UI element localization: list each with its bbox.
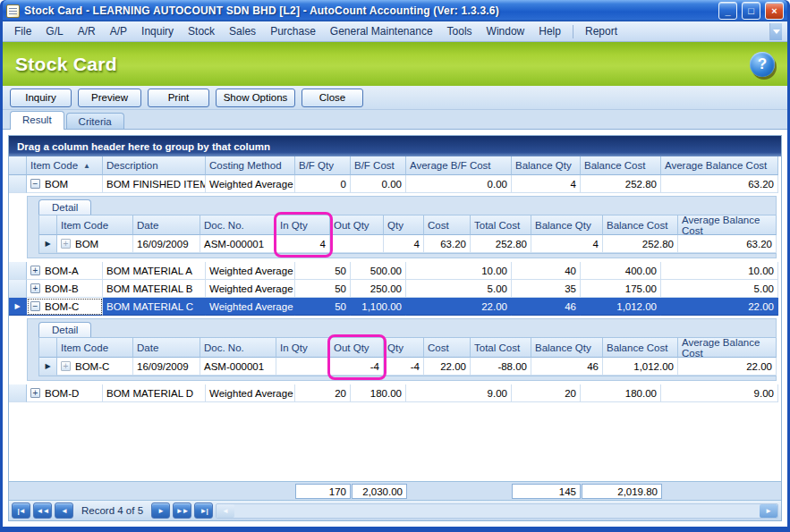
cell-costing-method[interactable]: Weighted Average: [206, 262, 295, 280]
detail-tab[interactable]: Detail: [38, 199, 91, 215]
header-average-balance-cost[interactable]: Average Balance Cost: [678, 338, 777, 358]
cell-date[interactable]: 16/09/2009: [133, 358, 200, 376]
cell-balance-cost[interactable]: 1,012.00: [581, 298, 661, 316]
close-button[interactable]: ×: [765, 2, 784, 20]
cell-qty[interactable]: -4: [384, 358, 424, 376]
cell-balance-cost[interactable]: 252.80: [581, 175, 661, 193]
cell-balance-cost[interactable]: 252.80: [603, 235, 678, 253]
cell-description[interactable]: BOM MATERIAL C: [103, 298, 206, 316]
header-total-cost[interactable]: Total Cost: [471, 338, 531, 358]
header-in-qty[interactable]: In Qty: [276, 338, 330, 358]
cell-average-bf-cost[interactable]: 9.00: [406, 384, 512, 402]
header-bf-cost[interactable]: B/F Cost: [351, 156, 406, 175]
header-balance-qty[interactable]: Balance Qty: [531, 215, 603, 235]
cell-costing-method[interactable]: Weighted Average: [206, 298, 295, 316]
cell-balance-qty[interactable]: 20: [512, 384, 581, 402]
header-balance-cost[interactable]: Balance Cost: [603, 215, 678, 235]
menu-overflow-button[interactable]: [769, 23, 782, 40]
print-button[interactable]: Print: [148, 89, 209, 107]
cell-total-cost[interactable]: -88.00: [471, 358, 531, 376]
expand-icon[interactable]: +: [30, 266, 40, 275]
tab-result[interactable]: Result: [10, 111, 64, 130]
detail-tab[interactable]: Detail: [38, 322, 91, 337]
minimize-button[interactable]: _: [718, 2, 737, 20]
cell-bf-qty[interactable]: 20: [295, 384, 351, 402]
cell-qty[interactable]: 4: [384, 235, 424, 253]
cell-balance-qty[interactable]: 35: [512, 280, 581, 298]
header-out-qty[interactable]: Out Qty: [330, 215, 384, 235]
title-bar[interactable]: Stock Card - LEARNING AUTOCOUNT SDN BHD …: [3, 0, 787, 21]
preview-button[interactable]: Preview: [78, 89, 141, 107]
expand-icon[interactable]: +: [30, 283, 40, 293]
cell-average-balance-cost[interactable]: 22.00: [661, 298, 778, 316]
menu-general-maintenance[interactable]: General Maintenance: [324, 23, 439, 39]
maximize-button[interactable]: □: [742, 2, 760, 20]
expand-icon[interactable]: +: [61, 361, 71, 371]
menu-purchase[interactable]: Purchase: [264, 23, 322, 39]
scroll-right-icon[interactable]: ►: [760, 504, 777, 518]
detail-row-bom[interactable]: ▶ +BOM 16/09/2009 ASM-000001 4 4 63.20 2…: [39, 235, 775, 253]
cell-item-code[interactable]: +BOM-C: [57, 358, 133, 376]
header-doc-no[interactable]: Doc. No.: [200, 215, 276, 235]
header-doc-no[interactable]: Doc. No.: [200, 338, 276, 358]
cell-average-balance-cost[interactable]: 10.00: [661, 262, 778, 280]
inquiry-button[interactable]: Inquiry: [10, 89, 72, 107]
detail-row-bom-c[interactable]: ▶ +BOM-C 16/09/2009 ASM-000001 -4 -4 22.…: [39, 358, 775, 376]
collapse-icon[interactable]: −: [30, 301, 40, 311]
cell-doc-no[interactable]: ASM-000001: [200, 235, 276, 253]
cell-balance-qty[interactable]: 46: [531, 358, 603, 376]
header-average-bf-cost[interactable]: Average B/F Cost: [406, 156, 512, 175]
cell-balance-qty[interactable]: 4: [531, 235, 603, 253]
collapse-icon[interactable]: −: [30, 179, 40, 189]
header-out-qty[interactable]: Out Qty: [330, 338, 384, 358]
menu-file[interactable]: File: [8, 23, 38, 39]
cell-item-code[interactable]: +BOM-B: [27, 280, 103, 298]
cell-in-qty[interactable]: 4: [276, 235, 330, 253]
cell-bf-qty[interactable]: 0: [295, 175, 351, 193]
cell-bf-cost[interactable]: 250.00: [351, 280, 406, 298]
cell-bf-cost[interactable]: 500.00: [351, 262, 406, 280]
table-row-bom-d[interactable]: +BOM-D BOM MATERIAL D Weighted Average 2…: [9, 384, 781, 402]
table-row-bom-a[interactable]: +BOM-A BOM MATERIAL A Weighted Average 5…: [9, 262, 781, 280]
group-by-bar[interactable]: Drag a column header here to group by th…: [9, 136, 781, 156]
cell-costing-method[interactable]: Weighted Average: [206, 175, 295, 193]
header-description[interactable]: Description: [103, 156, 206, 175]
cell-average-bf-cost[interactable]: 10.00: [406, 262, 512, 280]
expand-icon[interactable]: +: [61, 239, 71, 249]
header-item-code[interactable]: Item Code▲: [27, 156, 103, 175]
table-row-bom-b[interactable]: +BOM-B BOM MATERIAL B Weighted Average 5…: [9, 280, 781, 298]
cell-bf-qty[interactable]: 50: [295, 280, 351, 298]
menu-inquiry[interactable]: Inquiry: [135, 23, 180, 39]
expand-icon[interactable]: +: [30, 388, 40, 398]
cell-bf-qty[interactable]: 50: [295, 262, 351, 280]
cell-cost[interactable]: 63.20: [424, 235, 471, 253]
menu-stock[interactable]: Stock: [182, 23, 221, 39]
header-date[interactable]: Date: [133, 215, 200, 235]
cell-bf-cost[interactable]: 180.00: [351, 384, 406, 402]
cell-balance-cost[interactable]: 400.00: [581, 262, 661, 280]
cell-description[interactable]: BOM MATERIAL D: [103, 384, 206, 402]
nav-next-button[interactable]: ►: [151, 502, 170, 519]
header-bf-qty[interactable]: B/F Qty: [295, 156, 351, 175]
cell-item-code[interactable]: +BOM-A: [27, 262, 103, 280]
header-balance-cost[interactable]: Balance Cost: [603, 338, 678, 358]
cell-bf-cost[interactable]: 1,100.00: [351, 298, 406, 316]
scroll-left-icon[interactable]: ◄: [217, 504, 234, 518]
header-in-qty[interactable]: In Qty: [276, 215, 330, 235]
cell-balance-cost[interactable]: 1,012.00: [603, 358, 678, 376]
cell-costing-method[interactable]: Weighted Average: [206, 280, 295, 298]
header-date[interactable]: Date: [133, 338, 200, 358]
cell-average-balance-cost[interactable]: 5.00: [661, 280, 778, 298]
nav-prev-page-button[interactable]: ◄◄: [33, 502, 52, 519]
cell-in-qty[interactable]: [276, 358, 330, 376]
cell-average-balance-cost[interactable]: 63.20: [678, 235, 777, 253]
show-options-button[interactable]: Show Options: [216, 89, 295, 107]
header-item-code[interactable]: Item Code: [57, 215, 133, 235]
cell-balance-qty[interactable]: 46: [512, 298, 581, 316]
cell-item-code[interactable]: −BOM: [27, 175, 103, 193]
cell-balance-qty[interactable]: 40: [512, 262, 581, 280]
header-cost[interactable]: Cost: [424, 215, 471, 235]
cell-item-code[interactable]: +BOM-D: [27, 384, 103, 402]
cell-date[interactable]: 16/09/2009: [133, 235, 200, 253]
nav-next-page-button[interactable]: ►►: [173, 502, 191, 519]
